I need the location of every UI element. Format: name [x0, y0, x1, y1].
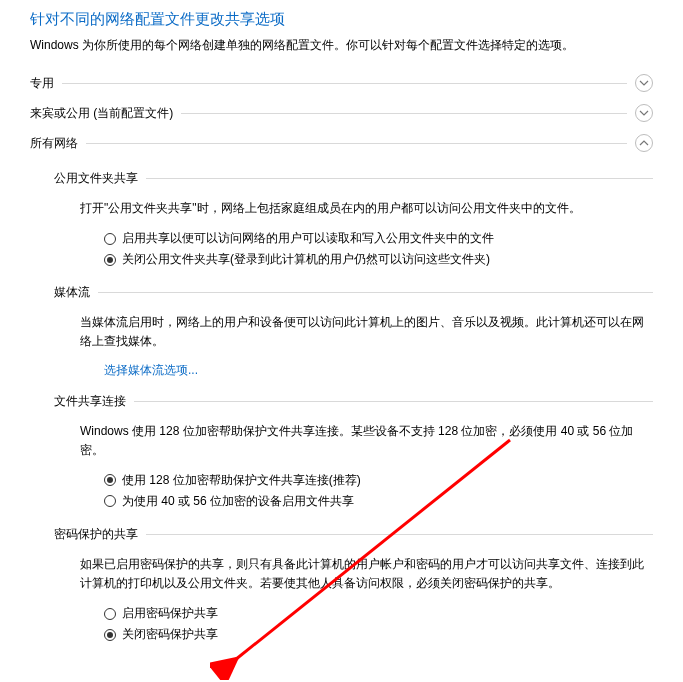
profile-guest-label: 来宾或公用 (当前配置文件) — [30, 105, 173, 122]
divider — [146, 534, 653, 535]
radio-icon — [104, 233, 116, 245]
divider — [146, 178, 653, 179]
profile-guest[interactable]: 来宾或公用 (当前配置文件) — [30, 98, 653, 128]
all-networks-content: 公用文件夹共享 打开"公用文件夹共享"时，网络上包括家庭组成员在内的用户都可以访… — [30, 158, 653, 651]
radio-icon — [104, 629, 116, 641]
divider — [86, 143, 627, 144]
chevron-up-icon — [635, 134, 653, 152]
divider — [62, 83, 627, 84]
radio-enc-128[interactable]: 使用 128 位加密帮助保护文件共享连接(推荐) — [104, 470, 653, 491]
divider — [98, 292, 653, 293]
divider — [181, 113, 627, 114]
group-title: 媒体流 — [54, 284, 98, 301]
encryption-desc: Windows 使用 128 位加密帮助保护文件共享连接。某些设备不支持 128… — [80, 422, 653, 460]
media-options-link[interactable]: 选择媒体流选项... — [104, 363, 198, 377]
radio-label: 关闭密码保护共享 — [122, 626, 218, 643]
divider — [134, 401, 653, 402]
radio-icon — [104, 495, 116, 507]
chevron-down-icon — [635, 74, 653, 92]
radio-label: 关闭公用文件夹共享(登录到此计算机的用户仍然可以访问这些文件夹) — [122, 251, 490, 268]
radio-enc-4056[interactable]: 为使用 40 或 56 位加密的设备启用文件共享 — [104, 491, 653, 512]
group-title: 密码保护的共享 — [54, 526, 146, 543]
radio-label: 启用密码保护共享 — [122, 605, 218, 622]
group-title: 文件共享连接 — [54, 393, 134, 410]
radio-public-off[interactable]: 关闭公用文件夹共享(登录到此计算机的用户仍然可以访问这些文件夹) — [104, 249, 653, 270]
group-title: 公用文件夹共享 — [54, 170, 146, 187]
group-password: 密码保护的共享 — [54, 526, 653, 543]
profile-private[interactable]: 专用 — [30, 68, 653, 98]
group-media: 媒体流 — [54, 284, 653, 301]
profile-private-label: 专用 — [30, 75, 54, 92]
radio-label: 使用 128 位加密帮助保护文件共享连接(推荐) — [122, 472, 361, 489]
chevron-down-icon — [635, 104, 653, 122]
radio-label: 为使用 40 或 56 位加密的设备启用文件共享 — [122, 493, 354, 510]
radio-label: 启用共享以便可以访问网络的用户可以读取和写入公用文件夹中的文件 — [122, 230, 494, 247]
radio-pwd-off[interactable]: 关闭密码保护共享 — [104, 624, 653, 645]
public-folder-desc: 打开"公用文件夹共享"时，网络上包括家庭组成员在内的用户都可以访问公用文件夹中的… — [80, 199, 653, 218]
page-title: 针对不同的网络配置文件更改共享选项 — [30, 10, 653, 29]
password-desc: 如果已启用密码保护的共享，则只有具备此计算机的用户帐户和密码的用户才可以访问共享… — [80, 555, 653, 593]
radio-pwd-on[interactable]: 启用密码保护共享 — [104, 603, 653, 624]
page-subtitle: Windows 为你所使用的每个网络创建单独的网络配置文件。你可以针对每个配置文… — [30, 37, 653, 54]
radio-icon — [104, 608, 116, 620]
group-encryption: 文件共享连接 — [54, 393, 653, 410]
media-desc: 当媒体流启用时，网络上的用户和设备便可以访问此计算机上的图片、音乐以及视频。此计… — [80, 313, 653, 351]
profile-all-label: 所有网络 — [30, 135, 78, 152]
radio-icon — [104, 254, 116, 266]
group-public-folder: 公用文件夹共享 — [54, 170, 653, 187]
radio-public-on[interactable]: 启用共享以便可以访问网络的用户可以读取和写入公用文件夹中的文件 — [104, 228, 653, 249]
profile-all[interactable]: 所有网络 — [30, 128, 653, 158]
radio-icon — [104, 474, 116, 486]
